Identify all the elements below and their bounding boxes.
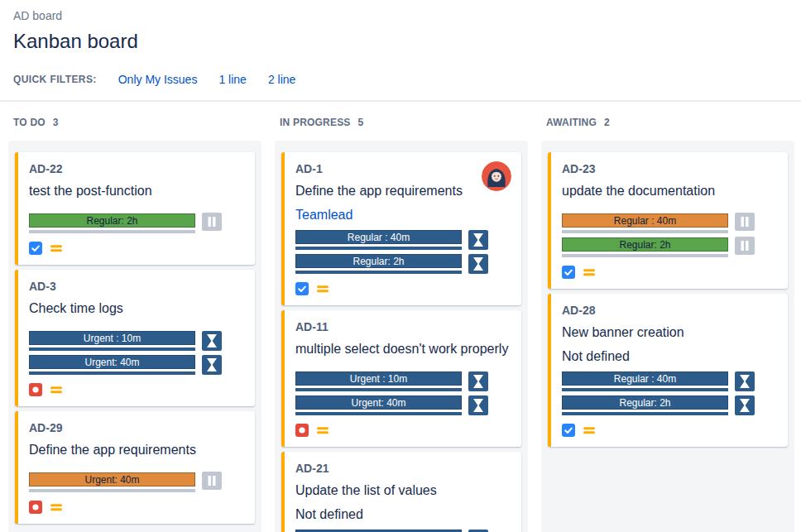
filter-2-line[interactable]: 2 line [268,73,295,86]
issue-summary: update the documentation [562,183,778,199]
issue-summary: test the post-function [29,183,245,199]
timer-bar-wrap: Regular: 2h [562,237,728,257]
timer-row: Urgent : 10m [295,371,511,391]
hourglass-button[interactable] [735,371,755,391]
timer-track [29,489,195,492]
issue-card[interactable]: AD-11 multiple select doesn't work prope… [281,310,521,447]
column-header: IN PROGRESS 5 [275,117,528,128]
timer-row: Regular: 2h [29,213,245,233]
timer-row: Regular: 2h [295,254,511,274]
issue-key: AD-11 [295,320,511,333]
timer-bar-label: Regular: 2h [619,397,670,409]
task-type-icon [295,282,309,295]
bug-type-icon [29,501,42,514]
timer-bars: Regular : 40m Regular: 2h [562,371,778,415]
board: TO DO 3 AD-22 test the post-function Reg… [0,102,801,532]
hourglass-button[interactable] [735,395,755,415]
timer-track [29,230,195,233]
issue-summary: multiple select doesn't work properly [295,341,511,357]
filter-only-my-issues[interactable]: Only My Issues [118,73,198,86]
card-icons-row [29,501,245,514]
timer-track [29,371,195,375]
page-title: Kanban board [13,30,788,53]
issue-summary: Check time logs [29,300,245,317]
timer-bar: Regular : 40m [562,213,728,228]
timer-bars: Regular: 2h [29,213,245,233]
timer-bar: Regular: 2h [562,237,728,252]
column-name: TO DO [13,117,46,128]
hourglass-button[interactable] [468,254,488,274]
priority-medium-icon [316,282,329,295]
issue-summary: Define the app requirements [295,183,511,199]
hourglass-icon [472,232,485,247]
timer-bars: Urgent : 10m Urgent: 40m [295,371,511,415]
card-icons-row [562,266,778,279]
issue-key: AD-28 [562,304,778,317]
timer-bar: Urgent : 10m [295,371,462,386]
page-header: AD board Kanban board QUICK FILTERS: Onl… [0,0,801,100]
hourglass-button[interactable] [202,331,222,351]
issue-summary: Update the list of values [295,482,511,499]
board-column: IN PROGRESS 5 AD-1 Define the app requir… [275,117,528,532]
timer-bar-wrap: Regular : 40m [295,230,462,250]
avatar[interactable] [482,161,511,191]
timer-bar-wrap: Urgent: 40m [295,395,462,415]
timer-bar-label: Urgent : 10m [84,333,141,344]
bug-type-icon [29,383,42,396]
hourglass-icon [472,398,485,413]
issue-key: AD-23 [562,162,778,175]
pause-button[interactable] [735,237,755,255]
timer-bar-label: Regular : 40m [614,373,676,385]
timer-bar-label: Regular: 2h [619,239,670,251]
pause-icon [206,216,218,228]
breadcrumb[interactable]: AD board [13,9,62,22]
column-name: IN PROGRESS [280,117,351,128]
timer-track [295,412,462,415]
timer-track [562,254,728,257]
hourglass-button[interactable] [202,355,222,375]
timer-row: Urgent : 10m [29,331,245,351]
issue-card[interactable]: AD-29 Define the app requirements Urgent… [15,411,255,524]
filter-1-line[interactable]: 1 line [218,73,246,86]
issue-card[interactable]: AD-22 test the post-function Regular: 2h [15,152,255,265]
timer-bar-wrap: Urgent: 40m [29,472,195,492]
hourglass-button[interactable] [468,230,488,250]
timer-bar: Urgent: 40m [295,395,462,410]
hourglass-icon [738,374,751,389]
column-name: AWAITING [546,117,597,128]
pause-button[interactable] [735,213,755,231]
hourglass-button[interactable] [468,395,488,415]
issue-key: AD-29 [29,421,245,434]
timer-bar-wrap: Regular: 2h [562,395,728,415]
card-icons-row [29,242,245,255]
timer-bar: Regular: 2h [295,254,462,268]
timer-row: Urgent: 40m [29,472,245,492]
timer-bar-label: Urgent: 40m [84,474,139,486]
timer-bar: Urgent: 40m [29,355,195,369]
timer-row: Regular: 2h [562,237,778,257]
timer-row: Regular: 2h [562,395,778,415]
timer-row: Regular : 40m [562,213,778,233]
issue-card[interactable]: AD-23 update the documentation Regular :… [548,152,788,289]
card-note: Not defined [562,349,778,364]
column-count: 2 [604,117,610,128]
pause-button[interactable] [202,472,222,490]
card-icons-row [29,383,245,396]
column-header: AWAITING 2 [541,117,794,128]
issue-card[interactable]: AD-21 Update the list of values Not defi… [281,452,521,532]
timer-bar: Regular: 2h [29,213,195,228]
issue-card[interactable]: AD-28 New banner creation Not defined Re… [548,294,788,447]
timer-bar-wrap: Urgent: 40m [29,355,195,375]
issue-card[interactable]: AD-3 Check time logs Urgent : 10m Urgent… [15,270,255,406]
hourglass-button[interactable] [468,371,488,391]
hourglass-icon [205,357,218,372]
timer-bar-wrap: Urgent : 10m [295,371,462,391]
priority-medium-icon [583,424,596,437]
priority-medium-icon [50,501,63,514]
hourglass-icon [472,256,485,271]
card-link[interactable]: Teamlead [295,208,511,223]
issue-card[interactable]: AD-1 Define the app requirements Teamlea… [281,152,521,305]
issue-summary: Define the app requirements [29,442,245,458]
hourglass-icon [205,333,218,348]
pause-button[interactable] [202,213,222,231]
